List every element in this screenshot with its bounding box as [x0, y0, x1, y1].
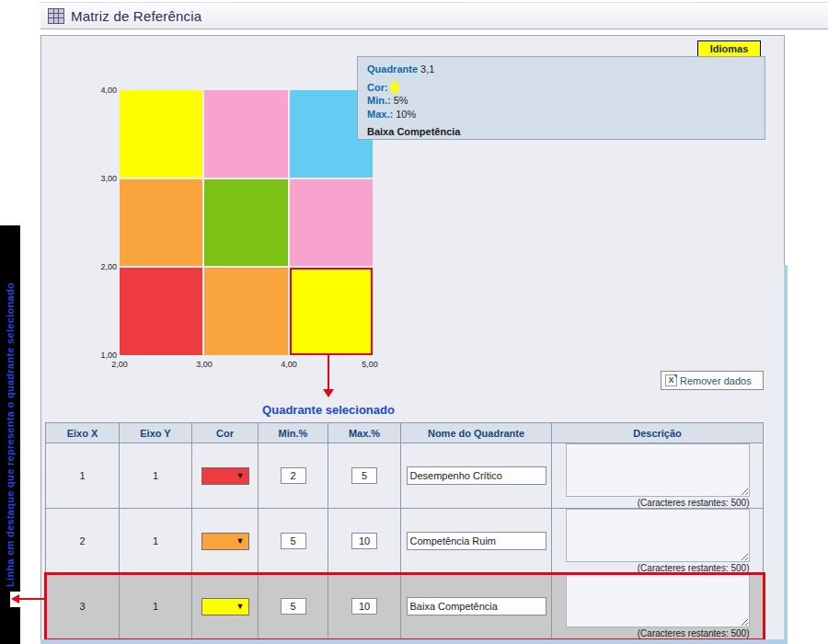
quadrant-info-box: Quadrante 3,1 Cor: Min.: 5% Max.: 10% Ba… [357, 56, 765, 140]
cell-min [259, 509, 328, 574]
cell-eixo-y: 1 [120, 509, 192, 574]
remove-data-button[interactable]: X Remover dados [661, 371, 764, 390]
highlight-note-strip: Linha em destaque que representa o quadr… [0, 225, 20, 644]
cell-eixo-x: 1 [46, 443, 120, 509]
quadrant-name-input[interactable] [407, 532, 546, 550]
matrix-cell-3-1-selected[interactable] [290, 268, 373, 355]
excel-icon: X [665, 374, 677, 386]
matrix-cell-2-3[interactable] [204, 90, 287, 178]
cell-descricao: (Caracteres restantes: 500) [552, 443, 764, 509]
panel-edge [784, 265, 788, 644]
cell-eixo-x: 3 [46, 574, 120, 639]
min-percent-input[interactable] [281, 467, 306, 484]
cell-eixo-x: 2 [46, 509, 120, 574]
cell-nome [401, 509, 552, 574]
max-value: 10% [396, 109, 416, 120]
y-axis-label: 3,00 [87, 174, 117, 183]
quadrant-label: Quadrante [367, 63, 418, 75]
description-textarea[interactable] [566, 509, 750, 562]
highlighted-row-arrow [18, 598, 44, 600]
color-dropdown[interactable]: ▼ [201, 598, 249, 615]
highlight-note-text: Linha em destaque que representa o quadr… [5, 282, 16, 587]
left-arrow-icon [11, 594, 19, 604]
color-dropdown[interactable]: ▼ [201, 467, 249, 485]
description-textarea[interactable] [566, 574, 750, 627]
min-percent-input[interactable] [281, 598, 306, 615]
cell-nome [401, 574, 552, 639]
min-percent-input[interactable] [281, 533, 306, 549]
max-percent-input[interactable] [351, 533, 377, 549]
chevron-down-icon: ▼ [236, 472, 245, 480]
table-row: 21▼(Caracteres restantes: 500) [46, 509, 764, 574]
page-title: Matriz de Referência [71, 8, 201, 24]
cell-min [259, 443, 328, 509]
reference-matrix-chart [120, 90, 373, 355]
color-label: Cor: [367, 82, 388, 93]
max-label: Max.: [367, 109, 393, 120]
cell-max [328, 574, 401, 639]
y-axis-label: 4,00 [87, 86, 117, 95]
y-axis-label: 1,00 [87, 351, 117, 360]
selected-quadrant-caption: Quadrante selecionado [236, 403, 420, 417]
matrix-cell-1-2[interactable] [120, 179, 202, 267]
y-axis-label: 2,00 [87, 262, 117, 271]
x-axis-label: 4,00 [272, 360, 305, 369]
table-header-row: Eixo X Eixo Y Cor Min.% Max.% Nome do Qu… [46, 423, 764, 443]
col-header-max: Max.% [328, 423, 401, 443]
quadrant-name: Baixa Competência [367, 125, 755, 139]
x-axis-label: 2,00 [103, 360, 136, 369]
cell-eixo-y: 1 [120, 574, 192, 639]
main-panel: Idiomas 4,00 3,00 2,00 1,00 2,00 3,00 4,… [40, 35, 785, 644]
cell-max [328, 443, 401, 509]
panel-edge [40, 639, 788, 644]
x-axis-label: 5,00 [353, 360, 386, 369]
page-header: Matriz de Referência [40, 2, 828, 29]
quadrant-table: Eixo X Eixo Y Cor Min.% Max.% Nome do Qu… [45, 422, 764, 644]
cell-eixo-y: 1 [120, 443, 192, 509]
cell-cor: ▼ [192, 443, 259, 509]
min-value: 5% [394, 95, 408, 106]
cell-descricao: (Caracteres restantes: 500) [552, 509, 764, 574]
col-header-cor: Cor [192, 423, 259, 443]
matrix-cell-2-1[interactable] [204, 268, 287, 355]
max-line: Max.: 10% [367, 108, 755, 121]
chevron-down-icon: ▼ [236, 537, 245, 546]
quadrant-name-input[interactable] [407, 466, 546, 485]
quadrant-line: Quadrante 3,1 [367, 63, 755, 76]
down-arrow-icon [323, 389, 334, 397]
col-header-descricao: Descrição [552, 423, 764, 443]
table-row: 11▼(Caracteres restantes: 500) [46, 443, 764, 509]
cell-min [259, 574, 328, 639]
matrix-cell-1-3[interactable] [120, 90, 202, 178]
table-row-highlighted: 31▼(Caracteres restantes: 500) [46, 574, 764, 639]
col-header-eixo-x: Eixo X [46, 423, 120, 443]
color-swatch [391, 82, 398, 93]
idiomas-button[interactable]: Idiomas [697, 40, 761, 57]
chars-remaining-label: (Caracteres restantes: 500) [566, 628, 750, 638]
cell-cor: ▼ [192, 574, 259, 639]
min-label: Min.: [367, 95, 391, 106]
matrix-grid-icon [48, 8, 64, 24]
max-percent-input[interactable] [351, 598, 377, 615]
color-line: Cor: [367, 81, 755, 95]
chars-remaining-label: (Caracteres restantes: 500) [566, 563, 750, 573]
cell-descricao: (Caracteres restantes: 500) [552, 574, 764, 639]
matrix-cell-3-2[interactable] [290, 179, 373, 267]
col-header-min: Min.% [259, 423, 328, 443]
matrix-cell-1-1[interactable] [120, 268, 202, 355]
cell-cor: ▼ [192, 509, 259, 574]
max-percent-input[interactable] [351, 467, 377, 484]
color-dropdown[interactable]: ▼ [201, 533, 249, 550]
remove-data-label: Remover dados [680, 375, 752, 386]
col-header-eixo-y: Eixo Y [120, 423, 192, 443]
quadrant-value: 3,1 [420, 63, 434, 75]
quadrant-name-input[interactable] [407, 597, 546, 615]
chars-remaining-label: (Caracteres restantes: 500) [566, 498, 750, 508]
col-header-nome: Nome do Quadrante [401, 423, 552, 443]
cell-max [328, 509, 401, 574]
matrix-cell-2-2[interactable] [204, 179, 287, 267]
x-axis-label: 3,00 [188, 360, 221, 369]
description-textarea[interactable] [566, 443, 750, 497]
selected-quadrant-connector [328, 355, 329, 390]
min-line: Min.: 5% [367, 94, 755, 108]
